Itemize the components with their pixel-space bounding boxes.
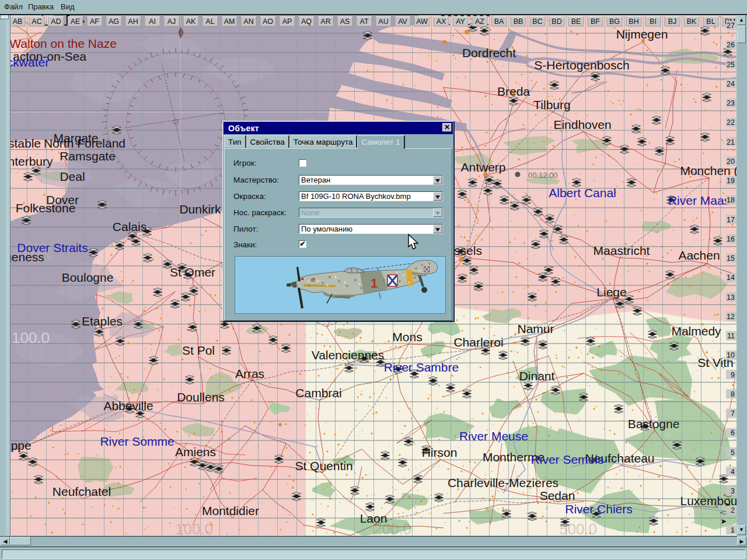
svg-text:2: 2 — [731, 506, 735, 514]
svg-text:Abbeville: Abbeville — [103, 399, 153, 412]
svg-text:27: 27 — [727, 22, 735, 30]
svg-text:25: 25 — [727, 61, 735, 69]
svg-text:Nijmegen: Nijmegen — [616, 27, 668, 41]
svg-text:AB: AB — [13, 18, 23, 26]
svg-text:AD: AD — [51, 18, 61, 26]
svg-text:100.0: 100.0 — [12, 329, 50, 346]
svg-text:5: 5 — [731, 449, 735, 457]
svg-text:BH: BH — [629, 18, 638, 26]
svg-text:Sedan: Sedan — [540, 489, 575, 502]
svg-text:Maastricht: Maastricht — [594, 244, 650, 257]
svg-text:22: 22 — [727, 118, 735, 127]
svg-text:BB: BB — [514, 18, 523, 26]
svg-text:Boulogne: Boulogne — [62, 271, 114, 284]
svg-text:ssels: ssels — [454, 244, 482, 257]
svg-text:Albert Canal: Albert Canal — [549, 186, 616, 200]
svg-text:500.0: 500.0 — [559, 520, 597, 536]
svg-text:AJ: AJ — [167, 18, 176, 26]
svg-text:Breda: Breda — [497, 85, 530, 98]
svg-text:Eindhoven: Eindhoven — [553, 118, 611, 131]
svg-text:St Quentin: St Quentin — [295, 459, 352, 473]
svg-text:River Semois: River Semois — [531, 453, 604, 466]
svg-text:AG: AG — [109, 18, 119, 26]
svg-text:AE: AE — [71, 18, 81, 26]
svg-text:AH: AH — [128, 18, 138, 26]
svg-text:24: 24 — [727, 80, 735, 88]
svg-text:AU: AU — [378, 18, 388, 26]
svg-text:AR: AR — [320, 18, 330, 26]
svg-text:Neufchatel: Neufchatel — [53, 485, 111, 498]
svg-text:AL: AL — [205, 18, 214, 26]
svg-text:Valenciennes: Valenciennes — [312, 348, 385, 362]
svg-text:14: 14 — [727, 274, 735, 282]
svg-text:BD: BD — [551, 18, 561, 26]
svg-text:6: 6 — [731, 429, 735, 437]
svg-text:00:12:00: 00:12:00 — [528, 171, 558, 180]
svg-text:Namur: Namur — [517, 322, 554, 335]
svg-text:North Foreland: North Foreland — [44, 136, 125, 150]
svg-text:BK: BK — [687, 18, 697, 26]
svg-text:8: 8 — [731, 390, 735, 398]
svg-text:9: 9 — [731, 371, 735, 379]
svg-text:16: 16 — [727, 235, 735, 243]
svg-text:Antwerp: Antwerp — [460, 160, 505, 174]
svg-text:ckwater: ckwater — [11, 55, 49, 69]
svg-text:AS: AS — [340, 18, 350, 26]
svg-text:ieppe: ieppe — [11, 439, 32, 452]
svg-text:7: 7 — [731, 410, 735, 418]
svg-text:BC: BC — [532, 18, 542, 26]
svg-text:Dinant: Dinant — [519, 369, 555, 383]
svg-text:Cambrai: Cambrai — [295, 386, 341, 400]
svg-text:St Omer: St Omer — [170, 265, 215, 279]
svg-text:River Maas: River Maas — [668, 194, 730, 207]
svg-text:AM: AM — [224, 18, 235, 26]
svg-text:Dunkirk: Dunkirk — [179, 202, 221, 216]
svg-text:Aachen: Aachen — [678, 249, 720, 262]
svg-text:Doullens: Doullens — [177, 390, 225, 404]
svg-text:River Sambre: River Sambre — [384, 360, 459, 374]
svg-text:BI: BI — [650, 18, 657, 26]
svg-text:AX: AX — [437, 18, 446, 26]
svg-text:Walton on the Naze: Walton on the Naze — [11, 37, 117, 50]
svg-text:AO: AO — [263, 18, 273, 26]
svg-text:AV: AV — [398, 18, 407, 26]
svg-text:Dover Straits: Dover Straits — [17, 241, 88, 254]
svg-text:10: 10 — [727, 351, 735, 359]
svg-text:Mons: Mons — [392, 330, 422, 344]
svg-text:BE: BE — [571, 18, 581, 26]
svg-text:AY: AY — [456, 18, 465, 26]
svg-text:Etaples: Etaples — [82, 314, 123, 328]
svg-text:AZ: AZ — [475, 18, 484, 26]
svg-text:AI: AI — [149, 18, 156, 26]
svg-text:23: 23 — [727, 99, 735, 107]
svg-text:20: 20 — [727, 158, 735, 166]
svg-text:Deal: Deal — [60, 170, 85, 183]
svg-text:BG: BG — [609, 18, 620, 26]
svg-text:BF: BF — [591, 18, 600, 26]
svg-text:River Somme: River Somme — [100, 435, 174, 448]
svg-text:Ramsgate: Ramsgate — [60, 149, 116, 163]
svg-text:Montdidier: Montdidier — [202, 504, 259, 517]
svg-text:AQ: AQ — [301, 18, 312, 26]
svg-text:3: 3 — [731, 487, 735, 495]
svg-text:19: 19 — [727, 177, 735, 185]
svg-text:100.0: 100.0 — [175, 520, 213, 536]
svg-text:26: 26 — [727, 41, 735, 49]
svg-text:Folkestone: Folkestone — [16, 201, 76, 215]
svg-text:4: 4 — [731, 468, 735, 476]
svg-text:21: 21 — [727, 138, 735, 146]
svg-text:17: 17 — [727, 216, 735, 224]
svg-text:AK: AK — [186, 18, 196, 26]
svg-text:Hirson: Hirson — [422, 446, 458, 459]
svg-text:Luxembour: Luxembour — [680, 494, 736, 508]
svg-text:BL: BL — [706, 18, 715, 26]
svg-text:Monchen (: Monchen ( — [680, 164, 736, 177]
svg-text:15: 15 — [727, 254, 735, 262]
svg-text:13: 13 — [727, 293, 735, 302]
svg-text:Calais: Calais — [113, 220, 146, 233]
svg-text:AT: AT — [359, 18, 368, 26]
svg-text:River Chiers: River Chiers — [565, 502, 633, 516]
svg-text:BJ: BJ — [668, 18, 677, 26]
svg-text:18: 18 — [727, 196, 735, 204]
svg-text:AN: AN — [243, 18, 253, 26]
